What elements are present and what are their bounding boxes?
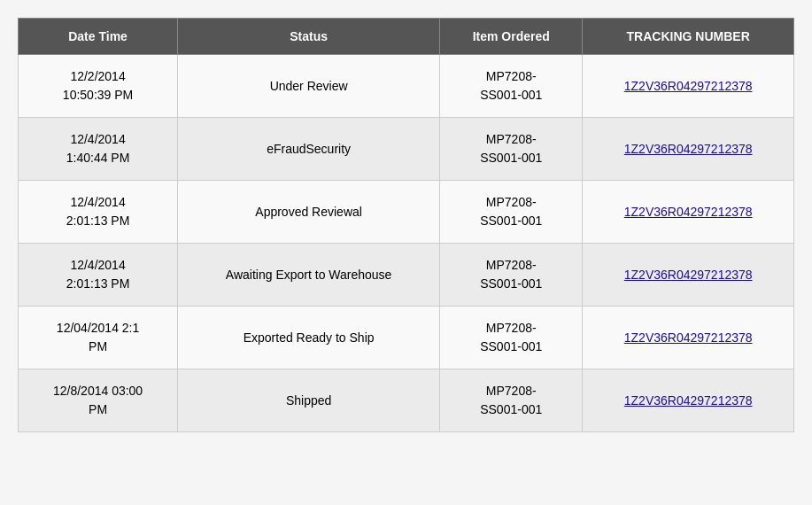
cell-item: MP7208- SS001-001 [440, 244, 583, 307]
cell-date: 12/04/2014 2:1 PM [19, 307, 178, 369]
cell-status: Exported Ready to Ship [178, 307, 440, 369]
order-tracking-table: Date Time Status Item Ordered TRACKING N… [18, 18, 794, 432]
cell-item: MP7208- SS001-001 [440, 369, 583, 432]
tracking-link[interactable]: 1Z2V36R04297212378 [624, 205, 753, 219]
cell-date: 12/4/2014 2:01:13 PM [19, 244, 178, 307]
table-row: 12/2/2014 10:50:39 PMUnder ReviewMP7208-… [19, 55, 794, 118]
cell-item: MP7208- SS001-001 [440, 307, 583, 369]
header-tracking-number: TRACKING NUMBER [583, 19, 794, 55]
table-row: 12/04/2014 2:1 PMExported Ready to ShipM… [19, 307, 794, 369]
table-row: 12/4/2014 2:01:13 PMApproved ReviewalMP7… [19, 181, 794, 244]
cell-item: MP7208- SS001-001 [440, 55, 583, 118]
cell-tracking[interactable]: 1Z2V36R04297212378 [583, 118, 794, 181]
header-item-ordered: Item Ordered [440, 19, 583, 55]
cell-tracking[interactable]: 1Z2V36R04297212378 [583, 307, 794, 369]
tracking-link[interactable]: 1Z2V36R04297212378 [624, 393, 753, 408]
table-row: 12/4/2014 1:40:44 PMeFraudSecurityMP7208… [19, 118, 794, 181]
tracking-link[interactable]: 1Z2V36R04297212378 [624, 79, 753, 93]
tracking-link[interactable]: 1Z2V36R04297212378 [624, 268, 753, 282]
cell-item: MP7208- SS001-001 [440, 181, 583, 244]
tracking-link[interactable]: 1Z2V36R04297212378 [624, 142, 753, 156]
cell-date: 12/4/2014 2:01:13 PM [19, 181, 178, 244]
cell-status: eFraudSecurity [178, 118, 440, 181]
cell-status: Approved Reviewal [178, 181, 440, 244]
tracking-link[interactable]: 1Z2V36R04297212378 [624, 330, 753, 345]
cell-tracking[interactable]: 1Z2V36R04297212378 [583, 55, 794, 118]
cell-date: 12/4/2014 1:40:44 PM [19, 118, 178, 181]
cell-status: Shipped [178, 369, 440, 432]
cell-tracking[interactable]: 1Z2V36R04297212378 [583, 369, 794, 432]
cell-date: 12/2/2014 10:50:39 PM [19, 55, 178, 118]
cell-tracking[interactable]: 1Z2V36R04297212378 [583, 181, 794, 244]
header-date-time: Date Time [19, 19, 178, 55]
cell-item: MP7208- SS001-001 [440, 118, 583, 181]
cell-status: Under Review [178, 55, 440, 118]
order-tracking-table-container: Date Time Status Item Ordered TRACKING N… [18, 18, 794, 432]
header-status: Status [178, 19, 440, 55]
table-row: 12/8/2014 03:00 PMShippedMP7208- SS001-0… [19, 369, 794, 432]
table-row: 12/4/2014 2:01:13 PMAwaiting Export to W… [19, 244, 794, 307]
cell-date: 12/8/2014 03:00 PM [19, 369, 178, 432]
cell-status: Awaiting Export to Warehouse [178, 244, 440, 307]
table-header-row: Date Time Status Item Ordered TRACKING N… [19, 19, 794, 55]
cell-tracking[interactable]: 1Z2V36R04297212378 [583, 244, 794, 307]
